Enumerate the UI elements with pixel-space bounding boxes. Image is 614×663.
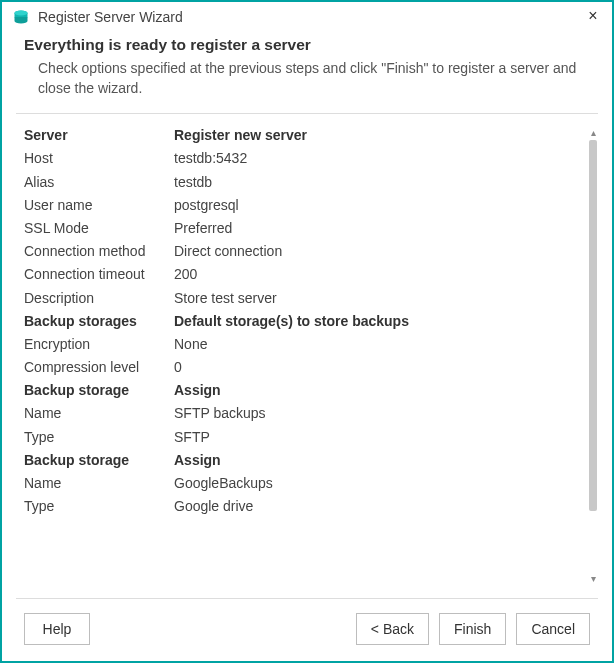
summary-label: Name	[24, 475, 174, 491]
summary-label: Connection timeout	[24, 266, 174, 282]
summary-row: NameSFTP backups	[24, 402, 584, 425]
summary-value: SFTP backups	[174, 405, 584, 421]
summary-row: Connection timeout200	[24, 263, 584, 286]
summary-value: None	[174, 336, 584, 352]
summary-row: DescriptionStore test server	[24, 286, 584, 309]
summary-value: Assign	[174, 382, 584, 398]
summary-label: Encryption	[24, 336, 174, 352]
summary-value: GoogleBackups	[174, 475, 584, 491]
summary-label: Compression level	[24, 359, 174, 375]
summary-row: TypeGoogle drive	[24, 495, 584, 518]
summary-row: Hosttestdb:5432	[24, 147, 584, 170]
help-button[interactable]: Help	[24, 613, 90, 645]
summary-row: EncryptionNone	[24, 332, 584, 355]
summary-value: testdb:5432	[174, 150, 584, 166]
summary-value: Preferred	[174, 220, 584, 236]
back-button[interactable]: < Back	[356, 613, 429, 645]
summary-label: Backup storages	[24, 313, 174, 329]
summary-row: Backup storageAssign	[24, 379, 584, 402]
scroll-up-icon[interactable]: ▴	[588, 128, 598, 138]
svg-point-1	[15, 10, 28, 15]
summary-row: Compression level0	[24, 355, 584, 378]
summary-label: Connection method	[24, 243, 174, 259]
summary-row: Backup storageAssign	[24, 448, 584, 471]
summary-row: User namepostgresql	[24, 193, 584, 216]
window-title: Register Server Wizard	[38, 9, 584, 25]
summary-label: Server	[24, 127, 174, 143]
summary-label: SSL Mode	[24, 220, 174, 236]
summary-value: postgresql	[174, 197, 584, 213]
summary-row: Backup storagesDefault storage(s) to sto…	[24, 309, 584, 332]
summary-row: TypeSFTP	[24, 425, 584, 448]
summary-label: Type	[24, 498, 174, 514]
summary-label: Backup storage	[24, 382, 174, 398]
summary-row: SSL ModePreferred	[24, 216, 584, 239]
app-icon	[12, 8, 30, 26]
scrollbar: ▴ ▾	[588, 128, 598, 584]
summary-table: ServerRegister new serverHosttestdb:5432…	[24, 124, 584, 518]
summary-value: Register new server	[174, 127, 584, 143]
summary-value: Store test server	[174, 290, 584, 306]
summary-value: 200	[174, 266, 584, 282]
summary-label: User name	[24, 197, 174, 213]
summary-area: ServerRegister new serverHosttestdb:5432…	[2, 114, 612, 598]
summary-label: Backup storage	[24, 452, 174, 468]
summary-value: Google drive	[174, 498, 584, 514]
summary-value: 0	[174, 359, 584, 375]
summary-label: Name	[24, 405, 174, 421]
wizard-header: Everything is ready to register a server…	[2, 30, 612, 113]
page-subheading: Check options specified at the previous …	[24, 58, 590, 99]
close-icon[interactable]: ×	[584, 8, 602, 26]
summary-value: Assign	[174, 452, 584, 468]
summary-row: Connection methodDirect connection	[24, 240, 584, 263]
summary-row: NameGoogleBackups	[24, 471, 584, 494]
summary-value: Default storage(s) to store backups	[174, 313, 584, 329]
wizard-window: Register Server Wizard × Everything is r…	[0, 0, 614, 663]
scroll-down-icon[interactable]: ▾	[588, 574, 598, 584]
summary-row: ServerRegister new server	[24, 124, 584, 147]
titlebar: Register Server Wizard ×	[2, 2, 612, 30]
summary-value: testdb	[174, 174, 584, 190]
page-heading: Everything is ready to register a server	[24, 36, 590, 54]
scrollbar-track[interactable]	[589, 140, 597, 572]
cancel-button[interactable]: Cancel	[516, 613, 590, 645]
scrollbar-thumb[interactable]	[589, 140, 597, 512]
summary-label: Type	[24, 429, 174, 445]
summary-label: Alias	[24, 174, 174, 190]
summary-label: Host	[24, 150, 174, 166]
summary-scroll[interactable]: ServerRegister new serverHosttestdb:5432…	[24, 124, 584, 590]
summary-value: Direct connection	[174, 243, 584, 259]
summary-label: Description	[24, 290, 174, 306]
footer: Help < Back Finish Cancel	[16, 598, 598, 661]
summary-value: SFTP	[174, 429, 584, 445]
finish-button[interactable]: Finish	[439, 613, 506, 645]
summary-row: Aliastestdb	[24, 170, 584, 193]
